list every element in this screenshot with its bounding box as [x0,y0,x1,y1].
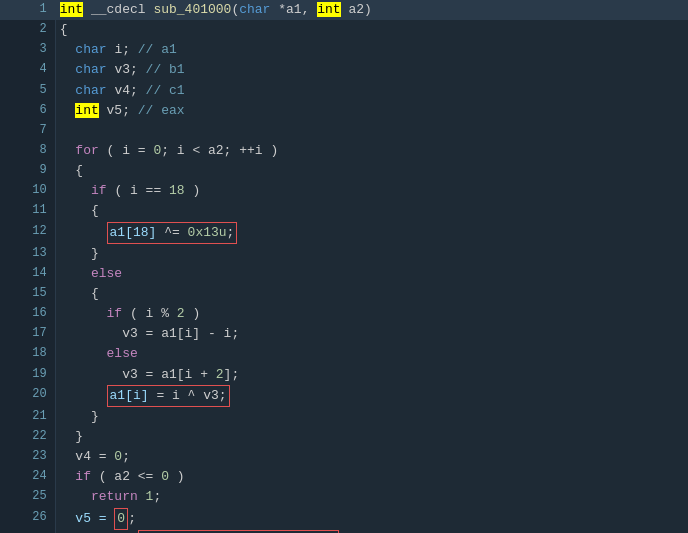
line-code: char v3; // b1 [55,60,688,80]
line-number: 12 [0,222,55,244]
line-number: 22 [0,427,55,447]
line-code: for ( i = 0; i < a2; ++i ) [55,141,688,161]
line-code: v3 = a1[i + 2]; [55,365,688,385]
line-code [55,121,688,141]
line-code: { [55,161,688,181]
line-number: 8 [0,141,55,161]
line-number: 2 [0,20,55,40]
line-number: 6 [0,101,55,121]
line-code: v5 = 0; [55,508,688,530]
line-number: 1 [0,0,55,20]
line-code: else [55,264,688,284]
line-number: 16 [0,304,55,324]
line-code: int v5; // eax [55,101,688,121]
line-code: return 1; [55,487,688,507]
code-table: 1int __cdecl sub_401000(char *a1, int a2… [0,0,688,533]
line-code: while ( byte_40A030[v5] == a1[v5] ) [55,530,688,533]
line-code: } [55,244,688,264]
line-code: char i; // a1 [55,40,688,60]
line-code: a1[18] ^= 0x13u; [55,222,688,244]
line-number: 13 [0,244,55,264]
line-code: v3 = a1[i] - i; [55,324,688,344]
line-number: 25 [0,487,55,507]
line-number: 20 [0,385,55,407]
line-code: } [55,427,688,447]
line-number: 15 [0,284,55,304]
line-number: 21 [0,407,55,427]
line-code: char v4; // c1 [55,81,688,101]
line-number: 9 [0,161,55,181]
line-code: if ( i % 2 ) [55,304,688,324]
line-code: if ( a2 <= 0 ) [55,467,688,487]
line-number: 24 [0,467,55,487]
line-number: 17 [0,324,55,344]
line-code: } [55,407,688,427]
line-number: 27 [0,530,55,533]
line-number: 23 [0,447,55,467]
line-code: { [55,201,688,221]
line-code: { [55,284,688,304]
line-code: { [55,20,688,40]
line-code: else [55,344,688,364]
line-code: if ( i == 18 ) [55,181,688,201]
line-number: 14 [0,264,55,284]
line-number: 5 [0,81,55,101]
line-number: 11 [0,201,55,221]
line-number: 10 [0,181,55,201]
line-number: 19 [0,365,55,385]
line-number: 7 [0,121,55,141]
line-number: 18 [0,344,55,364]
line-number: 26 [0,508,55,530]
line-number: 4 [0,60,55,80]
line-number: 3 [0,40,55,60]
line-code: v4 = 0; [55,447,688,467]
code-editor: 1int __cdecl sub_401000(char *a1, int a2… [0,0,688,533]
line-code: a1[i] = i ^ v3; [55,385,688,407]
line-code: int __cdecl sub_401000(char *a1, int a2) [55,0,688,20]
